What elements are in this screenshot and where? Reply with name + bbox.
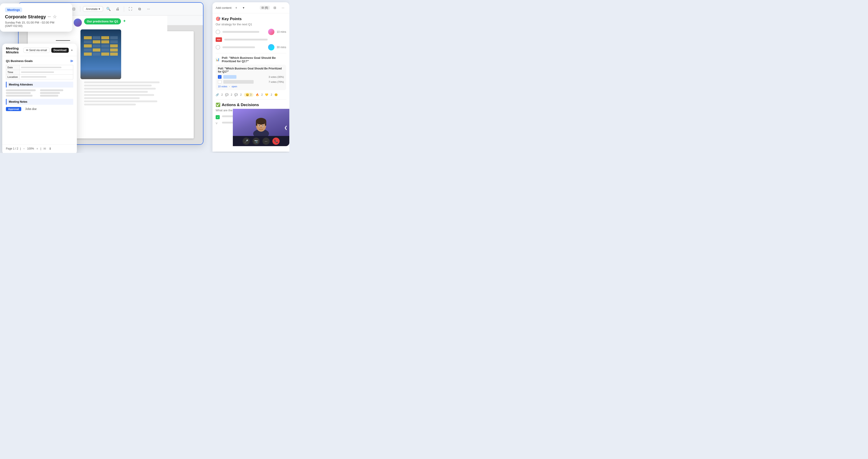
chat-avatar-image bbox=[74, 19, 82, 27]
more-options-btn[interactable]: ··· bbox=[280, 4, 286, 11]
meeting-star-btn[interactable]: ☆ bbox=[53, 14, 57, 20]
end-call-btn[interactable]: 📞 bbox=[272, 138, 280, 145]
email-footer-btn[interactable]: ✉ bbox=[43, 146, 46, 151]
svg-rect-4 bbox=[265, 121, 266, 126]
download-footer-btn[interactable]: ⬇ bbox=[49, 146, 52, 151]
window-cell bbox=[101, 53, 109, 56]
poll-icon: 📊 bbox=[216, 58, 219, 61]
chat-text-lines bbox=[81, 81, 167, 106]
comment-icon: 💬 bbox=[225, 93, 228, 96]
mm-details-table: Date Time Location bbox=[6, 65, 73, 79]
window-cell bbox=[110, 40, 118, 44]
key-points-title: 🎯 Key Points bbox=[216, 17, 286, 21]
attendee-bar-5 bbox=[6, 95, 33, 96]
key-points-item-2: PDF bbox=[216, 37, 286, 42]
toolbar-separator-1 bbox=[80, 6, 80, 12]
search-btn[interactable]: 🔍 bbox=[105, 5, 112, 13]
add-content-plus-btn[interactable]: + bbox=[233, 4, 239, 11]
meeting-title-row: Corporate Strategy ··· ☆ bbox=[5, 14, 67, 20]
approval-stamp: Approval bbox=[6, 107, 21, 111]
poll-label: Poll: "Which Business Goal Should Be Pri… bbox=[222, 56, 286, 63]
location-value bbox=[20, 75, 73, 79]
chat-content: Our predictions for Q1 ✦ bbox=[84, 19, 126, 24]
mm-section-header: Q1 Business Goals ⊳ bbox=[6, 59, 73, 63]
zoom-in-footer-btn[interactable]: + bbox=[36, 146, 39, 151]
meeting-time: Sunday Feb 15, 01:00 PM - 02:00 PM (GMT+… bbox=[5, 21, 67, 28]
mute-mic-btn[interactable]: 🎤 bbox=[243, 138, 250, 145]
content-badge: ⊟ (6) bbox=[260, 6, 270, 10]
item-circle-3 bbox=[216, 45, 220, 50]
more-call-opts-btn[interactable]: ··· bbox=[262, 138, 270, 145]
annotate-chevron: ▾ bbox=[98, 7, 100, 11]
rp-divider-2 bbox=[216, 99, 286, 100]
reaction-count-icon: 💛 bbox=[265, 93, 268, 96]
video-controls: 🎤 📷 ··· 📞 bbox=[233, 136, 289, 146]
poll-bar-fill-2 bbox=[223, 80, 254, 84]
chat-area: Our predictions for Q1 ✦ bbox=[70, 16, 167, 136]
item-avatar-3 bbox=[268, 44, 274, 51]
location-label: Location bbox=[6, 75, 20, 79]
mm-send-label: Send via email bbox=[29, 49, 47, 52]
mm-download-btn[interactable]: Download bbox=[51, 48, 69, 53]
more-reactions-btn[interactable]: 🙂 bbox=[274, 93, 278, 96]
branch-icon: ⑂ bbox=[216, 121, 220, 125]
poll-option-1: ✓ 3 votes (30%) bbox=[218, 75, 284, 79]
window-cell bbox=[93, 44, 101, 48]
mm-bottom-row: Approval John doe bbox=[6, 107, 73, 111]
attendee-bar-2 bbox=[40, 89, 63, 91]
meeting-card: Meetings Corporate Strategy ··· ☆ Sunday… bbox=[0, 3, 72, 32]
comment-count: 2 bbox=[231, 93, 232, 96]
poll-open-link[interactable]: open bbox=[232, 85, 237, 88]
window-cell bbox=[93, 53, 101, 56]
item-time-3: 30 mins bbox=[277, 46, 286, 49]
chat-line bbox=[84, 101, 157, 102]
chat-line bbox=[84, 104, 136, 106]
window-cell bbox=[93, 40, 101, 44]
video-person-view bbox=[233, 109, 289, 136]
time-label: Time bbox=[6, 70, 20, 75]
grid-view-btn[interactable]: ⊟ bbox=[272, 4, 278, 11]
meeting-dots-menu[interactable]: ··· bbox=[48, 15, 51, 19]
page-sep: | bbox=[20, 147, 21, 150]
time-value bbox=[20, 70, 73, 75]
toggle-cam-btn[interactable]: 📷 bbox=[252, 138, 260, 145]
meeting-minutes-card: Meeting Minutes ✉ Send via email Downloa… bbox=[2, 44, 77, 153]
date-label: Date bbox=[6, 65, 20, 70]
item-bar-1 bbox=[222, 31, 259, 33]
table-row: Location bbox=[6, 75, 73, 79]
chat-line bbox=[84, 88, 156, 90]
mm-send-btn[interactable]: ✉ Send via email bbox=[24, 48, 50, 53]
attendee-bar-3 bbox=[6, 92, 31, 94]
poll-votes-count[interactable]: 10 votes bbox=[218, 85, 227, 88]
reaction-bubble[interactable]: 😄 3 bbox=[244, 93, 253, 97]
svg-point-9 bbox=[260, 127, 262, 128]
poll-bar-2 bbox=[223, 80, 267, 84]
window-cell bbox=[93, 49, 101, 52]
building-windows bbox=[84, 36, 118, 56]
poll-check-2[interactable] bbox=[218, 80, 221, 84]
svg-point-8 bbox=[262, 125, 264, 126]
poll-check-1[interactable]: ✓ bbox=[218, 75, 221, 79]
chat-line bbox=[84, 91, 148, 93]
fullscreen-btn[interactable]: ⛶ bbox=[127, 5, 134, 13]
annotate-btn[interactable]: Annotate ▾ bbox=[83, 6, 103, 12]
more-options-btn[interactable]: ··· bbox=[145, 5, 152, 13]
add-content-chevron-btn[interactable]: ▾ bbox=[240, 4, 247, 11]
item-bar-3 bbox=[222, 47, 255, 48]
chat-cursor-icon: ✦ bbox=[123, 19, 126, 23]
chat-line bbox=[84, 81, 160, 83]
zoom-out-footer-btn[interactable]: − bbox=[23, 146, 25, 151]
video-panel-chevron[interactable]: ❮ bbox=[284, 125, 287, 130]
key-points-emoji: 🎯 bbox=[216, 17, 220, 21]
rp-reactions: 🔗 2 💬 2 💬 2 😄 3 🔥 2 💛 2 🙂 bbox=[216, 93, 286, 97]
multi-page-btn[interactable]: ⧉ bbox=[136, 5, 143, 13]
action-check-1[interactable]: ✓ bbox=[216, 115, 220, 119]
video-person-svg bbox=[251, 113, 271, 136]
print-btn[interactable]: 🖨 bbox=[114, 5, 121, 13]
item-bar-container-3 bbox=[222, 47, 266, 48]
key-points-item-3: 30 mins bbox=[216, 44, 286, 51]
avatar-img-2 bbox=[268, 44, 274, 51]
window-cell bbox=[101, 49, 109, 52]
reaction-count: 2 bbox=[271, 93, 272, 96]
window-cell bbox=[110, 36, 118, 39]
